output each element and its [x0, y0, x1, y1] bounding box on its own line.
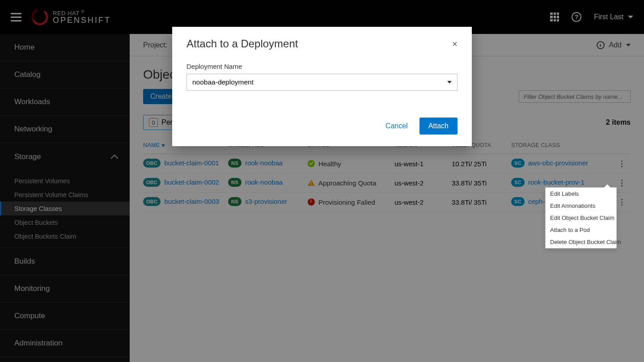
popover-attach-pod[interactable]: Attach to a Pod — [546, 224, 616, 236]
popover-edit-annotations[interactable]: Edit Annonationts — [546, 200, 616, 212]
popover-edit-obc[interactable]: Edit Object Bucket Claim — [546, 212, 616, 224]
popover-edit-labels[interactable]: Edit Labels — [546, 188, 616, 200]
close-icon[interactable]: × — [452, 39, 458, 48]
modal-title: Attach to a Deployment — [186, 38, 298, 50]
deployment-name-select[interactable]: noobaa-deployment — [186, 74, 458, 91]
attach-deployment-modal: Attach to a Deployment × Deployment Name… — [172, 27, 472, 146]
attach-button[interactable]: Attach — [419, 118, 458, 135]
deployment-name-label: Deployment Name — [186, 63, 458, 70]
kebab-popover: Edit Labels Edit Annonationts Edit Objec… — [545, 187, 617, 248]
chevron-down-icon — [447, 81, 452, 84]
deployment-name-value: noobaa-deployment — [192, 78, 254, 86]
popover-delete-obc[interactable]: Delete Object Bucket Claim — [546, 236, 616, 248]
cancel-button[interactable]: Cancel — [380, 118, 413, 134]
